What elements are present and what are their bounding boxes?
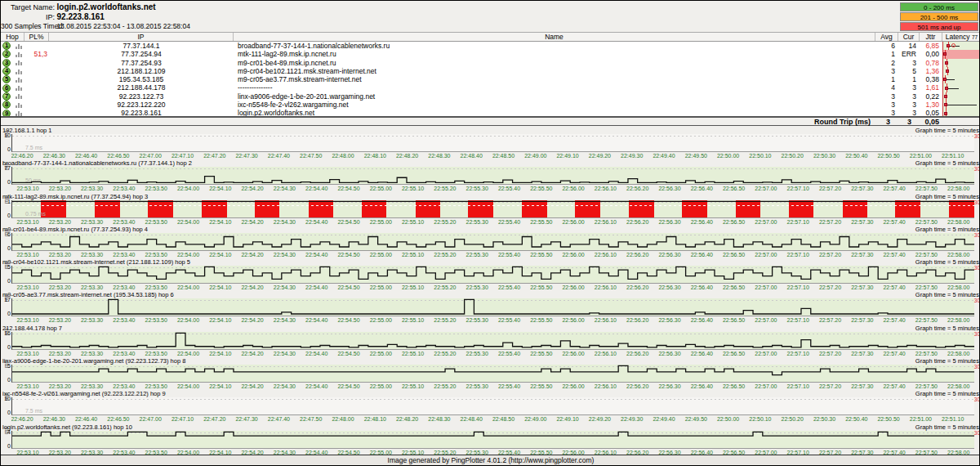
graph-label: broadband-77-37-144-1.nationalcablenetwo… [2,159,192,167]
graph-time-label: Graph time = 5 minutes [915,226,979,233]
table-row[interactable]: 8 92.223.122.220 ixc-n5548-fe-2-vl262.wa… [1,101,980,109]
time-tick-label: 22:56.00 [557,218,590,226]
hop-graph-icon[interactable] [16,60,24,65]
col-pl: PL% [24,33,49,41]
jttr-value: 0,00 [920,50,942,58]
jttr-value: 6,85 [920,42,942,50]
hop-graph-icon[interactable] [16,102,24,108]
time-tick-label: 22:57.50 [910,218,942,226]
time-tick-label: 22:56.30 [653,284,686,291]
time-tick-label: 22:56.30 [653,350,686,357]
graph-plot-area[interactable] [11,365,974,383]
graph-time-label: Graph time = 5 minutes [915,423,979,431]
hop-graph-icon[interactable] [16,43,24,49]
time-tick-label: 22:55.00 [364,251,397,258]
avg-value: 6 [875,42,898,50]
graph-plot-area[interactable] [11,233,974,251]
cur-value: 3 [898,101,920,109]
table-row[interactable]: 2 51,3 77.37.254.94 mtk-111-lag2-89.msk.… [1,50,980,58]
time-tick-label: 22:48.00 [327,415,359,423]
hop-graph-icon[interactable] [16,77,24,83]
graph-plot-area[interactable] [11,266,974,284]
time-tick-label: 22:57.00 [750,251,782,258]
table-row[interactable]: 7 92.223.122.73 linx-a9006-edge-1-be-20-… [1,92,980,101]
hop-graph-icon[interactable] [16,110,24,116]
graph-plot-area[interactable] [11,298,974,316]
table-row[interactable]: 4 212.188.12.109 m9-cr04-be102.1121.msk.… [1,67,980,75]
hop-graph-icon[interactable] [16,69,24,74]
time-tick-label: 22:55.50 [525,350,558,357]
time-tick-label: 22:55.20 [429,218,461,226]
hop-ip: 77.37.254.93 [49,59,234,67]
time-tick-label: 22:55.40 [493,251,526,258]
hop-number-badge: 2 [2,50,11,58]
latency-scale: 77 [972,34,978,40]
pl-axis-max: 30 [974,430,980,436]
time-axis: 22:46.2022:46.3022:46.4022:46.5022:47.00… [11,152,974,159]
ms-axis-label: ms [3,130,9,137]
table-row[interactable]: 6 212.188.44.178 --------------- 4 3 1,6… [1,83,980,92]
graph-plot-area[interactable]: 50 ms [11,167,974,185]
time-tick-label: 22:53.30 [76,284,109,291]
hop-graph-icon[interactable] [16,93,24,99]
graph-plot-area[interactable]: 7.5 ms [11,397,974,415]
latency-mini-chart [942,75,980,83]
time-tick-label: 22:57.10 [782,383,814,390]
time-tick-label: 22:53.30 [76,185,109,192]
hop-graph: ixc-n5548-fe-2-vl261.wargaming.net (92.2… [1,390,980,423]
table-row[interactable]: 3 77.37.254.93 m9-cr01-be4-89.msk.ip.ncn… [1,59,980,67]
time-tick-label: 22:53.40 [108,218,140,226]
time-axis: 22:53.1022:53.2022:53.3022:53.4022:53.50… [11,350,974,357]
time-tick-label: 22:50.00 [712,415,745,423]
hop-graph: 192.168.1.1 hop 1 Graph time = 5 minutes… [1,127,980,159]
table-row[interactable]: 1 77.37.144.1 broadband-77-37-144-1.nati… [1,42,980,50]
pl-axis-max: 30 [974,331,980,337]
col-latency: Latency 77 [942,33,980,41]
graph-plot-area[interactable] [11,332,974,350]
y-axis-min: 0 [2,377,11,383]
legend-item: 0 - 200 ms [900,2,978,11]
hop-graph: m9-cr05-ae3.77.msk.stream-internet.net (… [1,291,980,324]
pl-axis-max: 30 [974,199,980,205]
time-tick-label: 22:56.00 [557,185,590,192]
time-tick-label: 22:49.10 [551,415,584,423]
latency-mini-chart [942,92,980,101]
time-tick-label: 22:53.50 [140,316,172,324]
graph-label: 212.188.44.178 hop 7 [2,325,62,332]
time-tick-label: 22:57.30 [846,350,879,357]
y-axis-min: 0 [2,410,11,415]
time-tick-label: 22:50.50 [872,152,905,159]
time-tick-label: 22:54.00 [172,284,205,291]
time-tick-label: 22:57.50 [910,284,942,291]
time-tick-label: 22:56.50 [718,383,751,390]
table-row[interactable]: 5 195.34.53.185 m9-cr05-ae3.77.msk.strea… [1,75,980,83]
hop-ip: 212.188.12.109 [49,67,234,75]
latency-mini-chart [942,101,980,109]
time-tick-label: 22:55.20 [429,251,461,258]
time-tick-label: 22:54.30 [268,350,301,357]
ms-axis-label: ms [3,427,9,434]
hop-name: broadband-77-37-144-1.nationalcablenetwo… [234,42,875,50]
time-tick-label: 22:53.50 [140,284,172,291]
time-tick-label: 22:53.30 [76,218,109,226]
time-tick-label: 22:57.00 [750,350,782,357]
hop-graph-icon[interactable] [16,52,24,57]
avg-value: 1 [875,75,898,83]
time-tick-label: 22:56.40 [685,350,718,357]
time-tick-label: 22:53.40 [108,383,140,390]
graph-plot-area[interactable] [11,431,974,449]
time-tick-label: 22:58.00 [942,251,974,258]
ms-axis-label: ms [3,196,9,204]
time-tick-label: 22:57.50 [910,350,942,357]
hop-graph: m9-cr04-be102.1121.msk.stream-internet.n… [1,258,980,291]
time-tick-label: 22:53.40 [108,185,140,192]
time-tick-label: 22:49.20 [583,415,616,423]
time-tick-label: 22:56.00 [557,284,590,291]
graph-plot-area[interactable]: 0.75 ms [11,200,974,218]
time-tick-label: 22:57.40 [878,185,911,192]
hop-graph-icon[interactable] [16,85,24,91]
hop-number-badge: 3 [2,59,11,67]
graph-plot-area[interactable]: 7.5 ms [11,134,974,152]
graph-label: ixc-n5548-fe-2-vl261.wargaming.net (92.2… [2,390,166,397]
time-tick-label: 22:53.50 [140,185,172,192]
